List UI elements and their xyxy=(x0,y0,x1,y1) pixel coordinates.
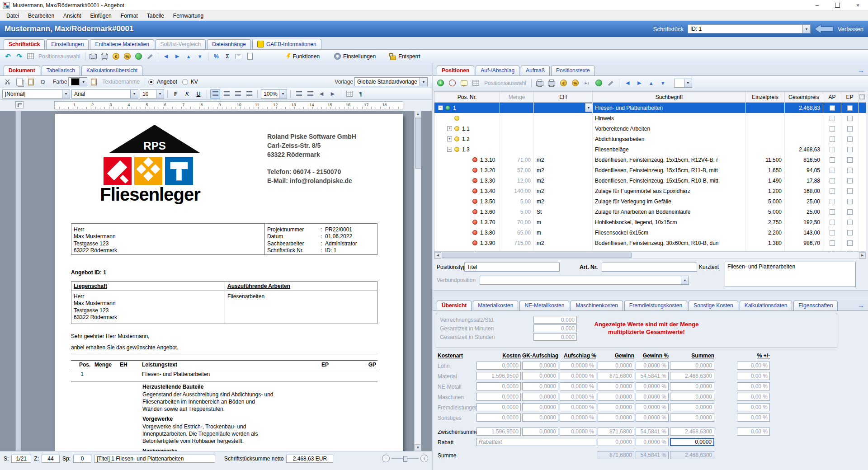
positionstyp-field[interactable]: Titel xyxy=(464,263,560,272)
font-size-dropdown-icon[interactable]: ▼ xyxy=(156,90,164,98)
zoom-in-button[interactable]: + xyxy=(420,455,428,462)
calc-value-field[interactable]: 0,00 % xyxy=(737,414,770,422)
tab-dateianhaenge[interactable]: Dateianhänge xyxy=(207,39,251,49)
position-row[interactable]: −1.3Fliesenbeläge2.468,63 xyxy=(434,144,866,155)
calc-value-field[interactable]: 0,0000 % xyxy=(560,393,596,401)
ap-checkbox[interactable] xyxy=(830,209,835,215)
position-row[interactable]: 1.3.7070,00mHohlkehlsockel, liegend, 10x… xyxy=(434,217,866,227)
time-value-field[interactable]: 0,000 xyxy=(533,324,577,332)
color-picker[interactable]: ▼ xyxy=(68,77,87,86)
calc-value-field[interactable]: 0,0000 xyxy=(670,362,714,370)
copy-button[interactable] xyxy=(14,77,24,87)
calc-value-field[interactable]: 54,5841 % xyxy=(636,372,669,380)
nav-up-button[interactable]: ▲ xyxy=(184,52,194,61)
verbund-dropdown-icon[interactable]: ▼ xyxy=(681,276,689,284)
calc-value-field[interactable]: 0,0000 xyxy=(670,414,714,422)
view-dropdown-icon[interactable]: ▼ xyxy=(684,79,692,87)
mail-button[interactable] xyxy=(234,52,244,61)
calc-value-field[interactable]: 0,0000 xyxy=(522,372,558,380)
col-gesamtpreis[interactable]: Gesamtpreis xyxy=(785,92,823,102)
position-row[interactable]: 1.3.100 xyxy=(434,248,866,252)
ep-checkbox[interactable] xyxy=(847,126,853,132)
cut-button[interactable] xyxy=(2,77,13,87)
paragraph-marks-button[interactable]: ¶ xyxy=(356,89,366,99)
style-dropdown-icon[interactable]: ▼ xyxy=(62,90,70,98)
ep-checkbox[interactable] xyxy=(847,157,853,163)
zoom-dropdown-icon[interactable]: ▼ xyxy=(279,90,287,98)
print-preview-button[interactable] xyxy=(547,78,557,88)
paste-button[interactable] xyxy=(26,77,36,87)
calc-value-field[interactable]: 0,0000 % xyxy=(560,414,596,422)
scroll-left-icon[interactable]: ◀ xyxy=(434,252,441,258)
calc-value-field[interactable]: 0,0000 xyxy=(476,382,521,390)
menu-datei[interactable]: Datei xyxy=(2,13,24,19)
calc-value-field[interactable]: 2.468,6300 xyxy=(670,372,714,380)
calc-value-field[interactable]: 0,0000 xyxy=(598,414,634,422)
calc-value-field[interactable]: 0,0000 % xyxy=(636,382,669,390)
calc-value-field[interactable]: 0,0000 % xyxy=(560,372,596,380)
col-ap[interactable]: AP xyxy=(823,92,841,102)
zoom-select[interactable]: 100%▼ xyxy=(261,89,287,99)
ap-checkbox[interactable] xyxy=(830,105,835,111)
calc-value-field[interactable]: 0,0000 % xyxy=(560,403,596,411)
menu-tabelle[interactable]: Tabelle xyxy=(142,13,169,19)
align-left-button[interactable] xyxy=(210,89,220,99)
tab-uebersicht[interactable]: Übersicht xyxy=(437,301,472,310)
calc-value-field[interactable]: 0,0000 xyxy=(522,428,558,436)
calc-value-field[interactable]: 0,00 % xyxy=(737,372,770,380)
einstellungen-button[interactable]: Einstellungen xyxy=(331,53,378,60)
tab-positionstexte[interactable]: Positionstexte xyxy=(551,66,595,75)
nav-up-button[interactable]: ▲ xyxy=(646,78,656,88)
verbundposition-field[interactable]: ▼ xyxy=(480,276,689,285)
surcharge-button[interactable]: % xyxy=(211,52,222,61)
ep-checkbox[interactable] xyxy=(847,188,853,194)
calc-value-field[interactable]: 0,0000 xyxy=(598,382,634,390)
gaeb-export-button[interactable] xyxy=(594,78,604,88)
calc-value-field[interactable]: Rabattext xyxy=(476,438,596,446)
calc-value-field[interactable]: 0,0000 % xyxy=(636,393,669,401)
scroll-down-icon[interactable]: ▼ xyxy=(415,444,421,451)
style-select[interactable]: [Normal]▼ xyxy=(2,89,70,99)
position-row[interactable]: 1.3.1071,00m2Bodenfliesen, Feinsteinzeug… xyxy=(434,155,866,165)
cut-positions-button[interactable] xyxy=(605,78,616,88)
align-right-button[interactable] xyxy=(233,89,243,99)
document-id-select[interactable]: ID: 1 ▼ xyxy=(688,24,811,33)
calc-value-field[interactable]: 0,0000 xyxy=(670,393,714,401)
color-dropdown-icon[interactable]: ▼ xyxy=(79,78,87,86)
ep-checkbox[interactable] xyxy=(847,147,853,152)
vorlage-dropdown-icon[interactable]: ▼ xyxy=(420,78,427,86)
nav-back-button[interactable]: ↶ xyxy=(3,52,13,61)
expand-positions-panel-icon[interactable]: → xyxy=(858,66,864,75)
bold-button[interactable]: F xyxy=(171,89,181,99)
calc-value-field[interactable]: 0,00 % xyxy=(737,362,770,370)
document-area[interactable]: RPS Fliesenleger Roland Piske Software G… xyxy=(0,111,432,451)
tab-positionen[interactable]: Positionen xyxy=(437,66,474,75)
export-button[interactable] xyxy=(245,52,255,61)
font-dropdown-icon[interactable]: ▼ xyxy=(130,90,138,98)
ep-checkbox[interactable] xyxy=(847,199,853,204)
time-value-field[interactable]: 0,000 xyxy=(533,333,577,341)
delete-position-button[interactable]: − xyxy=(447,78,458,88)
col-menge[interactable]: Menge xyxy=(500,92,534,102)
calc-value-field[interactable]: 0,0000 xyxy=(670,382,714,390)
menu-ansicht[interactable]: Ansicht xyxy=(59,13,85,19)
tab-gaeb-informationen[interactable]: GAEB-Informationen xyxy=(252,39,321,49)
position-row[interactable]: −1▼Fliesen- und Plattenarbeiten2.468,63 xyxy=(434,103,866,113)
calc-value-field[interactable]: 0,0000 xyxy=(476,362,521,370)
minimize-button[interactable]: – xyxy=(807,0,827,10)
gaeb-export-button[interactable] xyxy=(133,52,144,61)
sum-button[interactable]: Σ xyxy=(222,52,233,61)
funktionen-button[interactable]: Funktionen xyxy=(283,53,322,60)
close-button[interactable]: × xyxy=(848,0,868,10)
calc-value-field[interactable]: 1.596,9500 xyxy=(476,372,521,380)
ep-checkbox[interactable] xyxy=(847,105,853,111)
angebot-radio[interactable] xyxy=(148,79,154,85)
expand-calc-panel-icon[interactable]: → xyxy=(858,301,864,310)
time-value-field[interactable]: 0,000 xyxy=(533,316,577,324)
ep-checkbox[interactable] xyxy=(847,136,853,142)
nav-left-button[interactable]: ◀ xyxy=(623,78,633,88)
position-row[interactable]: +1.2Abdichtungsarbeiten xyxy=(434,134,866,144)
calc-value-field[interactable]: 54,5841 % xyxy=(636,428,669,436)
ap-checkbox[interactable] xyxy=(830,199,835,204)
underline-button[interactable]: U xyxy=(193,89,203,99)
